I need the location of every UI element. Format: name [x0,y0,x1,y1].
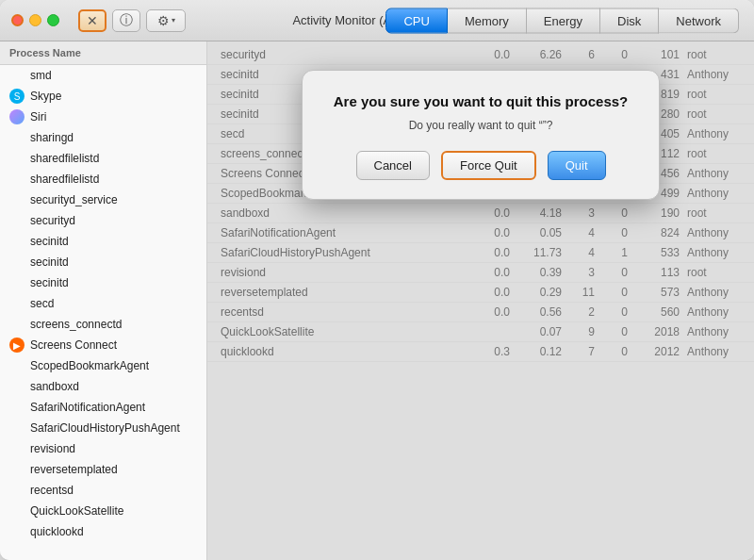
process-icon [9,296,25,311]
list-item[interactable]: reversetemplated [0,459,206,480]
process-name: sandboxd [30,380,79,393]
process-icon [9,192,25,207]
process-name: sharedfilelistd [30,152,99,165]
process-name: sharedfilelistd [30,173,99,186]
gear-menu-button[interactable]: ⚙ ▾ [146,9,186,32]
process-name: securityd [30,214,75,227]
quit-button[interactable]: Quit [548,151,606,180]
process-name: SafariCloudHistoryPushAgent [30,421,180,435]
main-area: securityd 0.0 6.26 6 0 101 root secinitd… [207,41,754,560]
force-quit-button[interactable]: Force Quit [441,151,536,180]
process-icon [9,68,25,83]
process-icon [9,130,25,145]
process-icon [9,524,25,539]
toolbar-buttons: ✕ ⓘ ⚙ ▾ [78,9,186,32]
list-item[interactable]: secinitd [0,252,206,272]
dialog-buttons: Cancel Force Quit Quit [329,151,632,180]
tab-memory[interactable]: Memory [448,8,527,33]
list-item[interactable]: secinitd [0,231,206,252]
list-item[interactable]: quicklookd [0,521,206,542]
process-icon [9,275,25,290]
screens-icon: ▶ [9,338,25,353]
list-item[interactable]: ▶ Screens Connect [0,335,206,355]
process-name: smd [30,69,52,82]
process-name: reversetemplated [30,463,118,476]
process-name: Screens Connect [30,338,117,352]
minimize-button[interactable] [29,14,41,26]
dialog-title: Are you sure you want to quit this proce… [329,93,632,109]
tab-disk[interactable]: Disk [600,8,659,33]
list-item[interactable]: SafariNotificationAgent [0,397,206,418]
skype-icon: S [9,89,25,104]
list-item[interactable]: Siri [0,107,206,127]
process-name: Siri [30,110,46,124]
process-name: screens_connectd [30,318,122,331]
process-name: securityd_service [30,193,118,206]
process-name: secinitd [30,235,69,248]
list-item[interactable]: SafariCloudHistoryPushAgent [0,418,206,438]
content-area: Process Name smd S Skype Siri sharingd s… [0,41,754,560]
process-name: secd [30,297,54,310]
maximize-button[interactable] [47,14,59,26]
sidebar: Process Name smd S Skype Siri sharingd s… [0,41,207,560]
list-item[interactable]: QuickLookSatellite [0,501,206,521]
process-name: quicklookd [30,525,84,538]
process-icon [9,503,25,519]
list-item[interactable]: S Skype [0,86,206,107]
process-name: recentsd [30,484,74,497]
process-icon [9,213,25,228]
process-name: secinitd [30,255,69,269]
list-item[interactable]: secd [0,293,206,314]
process-name: QuickLookSatellite [30,504,123,518]
quit-dialog: Are you sure you want to quit this proce… [302,70,660,200]
list-item[interactable]: sharedfilelistd [0,169,206,189]
process-name: sharingd [30,131,74,144]
chevron-down-icon: ▾ [172,16,175,25]
process-icon [9,255,25,270]
list-item[interactable]: sharedfilelistd [0,148,206,169]
list-item[interactable]: ScopedBookmarkAgent [0,355,206,376]
process-icon [9,441,25,456]
dialog-message: Do you really want to quit “”? [329,119,632,132]
list-item[interactable]: securityd_service [0,189,206,210]
list-item[interactable]: recentsd [0,480,206,501]
cancel-button[interactable]: Cancel [356,151,430,180]
stop-process-button[interactable]: ✕ [78,9,107,32]
process-name: revisiond [30,442,75,455]
siri-icon [9,109,25,124]
info-button[interactable]: ⓘ [112,9,140,32]
process-icon [9,317,25,332]
tab-bar: CPU Memory Energy Disk Network [385,8,739,33]
tab-network[interactable]: Network [659,8,739,33]
process-name: ScopedBookmarkAgent [30,359,149,372]
list-item[interactable]: smd [0,65,206,86]
list-item[interactable]: sharingd [0,127,206,148]
list-item[interactable]: revisiond [0,438,206,459]
traffic-lights [11,14,59,26]
close-button[interactable] [11,14,24,26]
tab-cpu[interactable]: CPU [385,8,447,33]
stop-icon: ✕ [87,13,98,28]
list-item[interactable]: screens_connectd [0,314,206,335]
process-icon [9,483,25,498]
process-icon [9,379,25,394]
process-name: secinitd [30,276,69,289]
process-icon [9,234,25,249]
process-icon [9,151,25,166]
process-name: SafariNotificationAgent [30,401,145,414]
list-item[interactable]: securityd [0,210,206,231]
dialog-overlay: Are you sure you want to quit this proce… [207,41,754,560]
list-item[interactable]: sandboxd [0,376,206,397]
process-icon [9,358,25,373]
sidebar-header: Process Name [0,41,206,65]
process-icon [9,462,25,477]
gear-icon: ⚙ [157,13,170,28]
titlebar: ✕ ⓘ ⚙ ▾ Activity Monitor (All Processes)… [0,0,754,41]
process-name: Skype [30,90,61,103]
process-icon [9,400,25,415]
list-item[interactable]: secinitd [0,272,206,293]
process-icon [9,420,25,436]
info-icon: ⓘ [120,12,133,29]
tab-energy[interactable]: Energy [527,8,600,33]
process-icon [9,172,25,187]
